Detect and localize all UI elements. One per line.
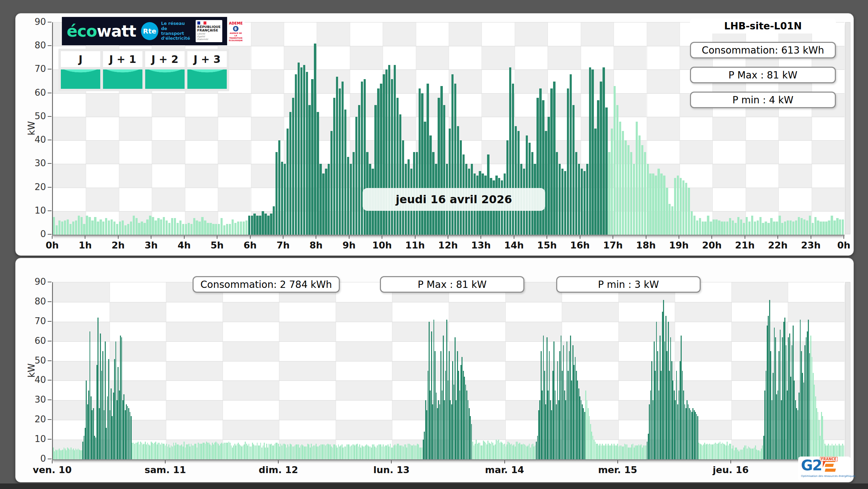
bar (303, 65, 305, 235)
bar (330, 444, 331, 459)
chart-right-strip[interactable] (845, 282, 850, 459)
bar (405, 444, 406, 459)
bar (167, 446, 168, 459)
ecowatt-day-j2-button[interactable]: J + 2 (145, 51, 185, 67)
bar (133, 443, 134, 459)
bar (509, 443, 510, 459)
bar (244, 444, 245, 459)
bar (741, 450, 742, 459)
bar (720, 442, 721, 459)
bar (162, 444, 164, 460)
bar (513, 444, 514, 459)
bar (648, 434, 649, 459)
x-tick-label: 1h (78, 240, 92, 251)
x-tick-mark (777, 236, 778, 239)
plot-area (52, 282, 844, 460)
bar (778, 216, 781, 235)
bar (188, 223, 190, 235)
bar (431, 331, 432, 459)
bar (285, 444, 286, 459)
bar (393, 445, 394, 459)
bar (652, 173, 654, 235)
bar (308, 444, 309, 459)
bar (543, 336, 544, 459)
x-tick-mark (679, 236, 679, 239)
daily-summary: LHB-site-L01N Consommation: 613 kWh P Ma… (690, 18, 836, 108)
bar (76, 450, 77, 459)
bar (118, 367, 119, 459)
ecowatt-day-j-button[interactable]: J (61, 51, 100, 67)
bar (78, 449, 79, 459)
bar (507, 442, 508, 459)
bar (197, 448, 198, 459)
bar (649, 404, 650, 459)
bar (681, 336, 682, 459)
bar (143, 444, 144, 460)
bar (735, 448, 736, 459)
bar (229, 224, 231, 235)
bar (555, 391, 556, 459)
bar (326, 444, 327, 459)
bar (702, 222, 704, 235)
bar (519, 443, 520, 459)
bar (469, 408, 470, 459)
bar (97, 318, 99, 459)
bar (178, 444, 179, 459)
bars-layer (53, 282, 844, 459)
bar (347, 444, 348, 459)
x-tick-mark (745, 236, 745, 239)
bar (724, 222, 726, 235)
bar (362, 445, 363, 459)
bar (124, 225, 127, 235)
bar (567, 341, 568, 459)
bar (279, 446, 280, 459)
bar (737, 217, 739, 235)
bar (702, 445, 703, 459)
bar (281, 162, 283, 235)
bar (588, 408, 589, 459)
bar (605, 444, 606, 460)
bar (205, 444, 206, 460)
bar (342, 444, 343, 459)
bar (339, 446, 340, 459)
x-tick-label: lun. 13 (373, 464, 410, 475)
bar (316, 444, 317, 460)
x-tick-label: sam. 11 (144, 464, 186, 475)
bar (226, 224, 228, 235)
bar (661, 371, 662, 459)
bar (621, 445, 622, 459)
bar (149, 445, 150, 459)
rf-line2: FRANÇAISE (197, 29, 221, 32)
bar (140, 442, 141, 459)
x-tick-label: 20h (702, 240, 722, 251)
bar (836, 218, 838, 235)
bar (463, 371, 464, 459)
bar (389, 446, 390, 459)
ecowatt-day-j3-button[interactable]: J + 3 (187, 51, 227, 67)
bar (672, 380, 673, 459)
bar (148, 444, 149, 459)
bar (712, 219, 715, 235)
bar (352, 444, 353, 459)
ecowatt-day-j1-button[interactable]: J + 1 (103, 51, 142, 67)
bar (638, 135, 641, 235)
chart-right-strip[interactable] (845, 22, 850, 234)
bar (325, 445, 326, 459)
bar (493, 445, 494, 459)
bar (732, 445, 734, 459)
bar (439, 404, 440, 459)
bar (436, 393, 437, 459)
bar (675, 400, 676, 459)
bar (191, 444, 192, 460)
bar (79, 450, 80, 459)
bar (786, 345, 787, 459)
bar (515, 446, 516, 459)
bar (69, 224, 72, 235)
y-tick-label: 50 (25, 111, 46, 121)
bar (492, 443, 493, 459)
bar (575, 357, 576, 459)
bar (343, 448, 344, 459)
bar (367, 445, 368, 459)
bar (730, 444, 731, 460)
bar (160, 219, 162, 235)
